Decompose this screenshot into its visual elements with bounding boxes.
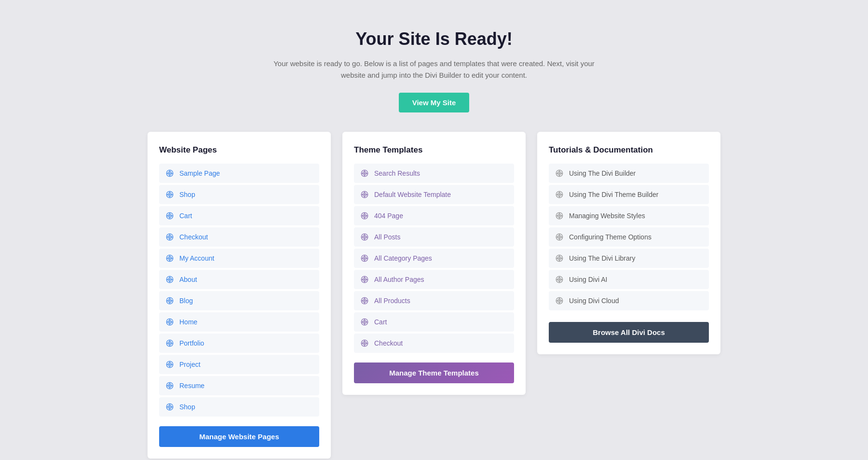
divi-icon [360, 275, 369, 284]
divi-icon [165, 275, 175, 284]
list-item[interactable]: About [159, 270, 319, 289]
divi-icon [555, 211, 564, 221]
divi-icon [165, 338, 175, 348]
list-item[interactable]: All Author Pages [354, 270, 514, 289]
page-subtitle: Your website is ready to go. Below is a … [265, 58, 603, 81]
item-label: Using The Divi Theme Builder [569, 191, 658, 198]
theme-templates-title: Theme Templates [354, 145, 514, 155]
tutorials-list: Using The Divi Builder Using The Divi Th… [549, 164, 709, 310]
browse-docs-button[interactable]: Browse All Divi Docs [549, 322, 709, 343]
item-label: Default Website Template [374, 191, 451, 198]
divi-icon [555, 232, 564, 242]
divi-icon [165, 168, 175, 178]
list-item[interactable]: Home [159, 312, 319, 332]
divi-icon [165, 232, 175, 242]
divi-icon [165, 360, 175, 369]
list-item[interactable]: Cart [354, 312, 514, 332]
item-label: Sample Page [179, 169, 220, 177]
divi-icon [360, 317, 369, 327]
item-label: Checkout [179, 233, 208, 241]
item-label: Configuring Theme Options [569, 233, 651, 241]
manage-pages-button[interactable]: Manage Website Pages [159, 426, 319, 447]
list-item[interactable]: My Account [159, 249, 319, 268]
item-label: Managing Website Styles [569, 212, 645, 220]
list-item[interactable]: Resume [159, 376, 319, 395]
page-header: Your Site Is Ready! Your website is read… [265, 29, 603, 112]
list-item[interactable]: Checkout [354, 334, 514, 353]
divi-icon [360, 338, 369, 348]
item-label: Home [179, 318, 197, 326]
divi-icon [555, 253, 564, 263]
item-label: Cart [374, 318, 387, 326]
manage-templates-button[interactable]: Manage Theme Templates [354, 362, 514, 383]
list-item[interactable]: Blog [159, 291, 319, 310]
item-label: All Author Pages [374, 276, 424, 283]
item-label: Resume [179, 382, 204, 390]
theme-templates-card: Theme Templates Search Results Default W… [342, 132, 526, 395]
divi-icon [555, 190, 564, 199]
item-label: All Posts [374, 233, 400, 241]
item-label: Using The Divi Library [569, 254, 635, 262]
item-label: Shop [179, 191, 195, 198]
item-label: Checkout [374, 339, 403, 347]
list-item[interactable]: Project [159, 355, 319, 374]
item-label: Using Divi Cloud [569, 297, 619, 305]
list-item[interactable]: Default Website Template [354, 185, 514, 204]
tutorials-title: Tutorials & Documentation [549, 145, 709, 155]
website-pages-title: Website Pages [159, 145, 319, 155]
divi-icon [360, 190, 369, 199]
view-site-button[interactable]: View My Site [399, 93, 470, 112]
list-item[interactable]: Using Divi Cloud [549, 291, 709, 310]
divi-icon [555, 275, 564, 284]
tutorials-card: Tutorials & Documentation Using The Divi… [537, 132, 720, 354]
item-label: Portfolio [179, 339, 204, 347]
cards-row: Website Pages Sample Page Shop Cart Chec… [145, 132, 723, 459]
item-label: My Account [179, 254, 214, 262]
list-item[interactable]: All Products [354, 291, 514, 310]
list-item[interactable]: Sample Page [159, 164, 319, 183]
list-item[interactable]: Cart [159, 206, 319, 225]
page-title: Your Site Is Ready! [265, 29, 603, 49]
list-item[interactable]: Configuring Theme Options [549, 227, 709, 247]
item-label: Cart [179, 212, 192, 220]
list-item[interactable]: Portfolio [159, 334, 319, 353]
item-label: Shop [179, 403, 195, 411]
divi-icon [360, 211, 369, 221]
divi-icon [165, 211, 175, 221]
divi-icon [555, 296, 564, 306]
item-label: Blog [179, 297, 193, 305]
list-item[interactable]: Managing Website Styles [549, 206, 709, 225]
divi-icon [360, 296, 369, 306]
theme-templates-list: Search Results Default Website Template … [354, 164, 514, 353]
list-item[interactable]: Using The Divi Theme Builder [549, 185, 709, 204]
divi-icon [165, 253, 175, 263]
divi-icon [165, 190, 175, 199]
divi-icon [165, 317, 175, 327]
divi-icon [360, 232, 369, 242]
list-item[interactable]: All Category Pages [354, 249, 514, 268]
list-item[interactable]: Shop [159, 185, 319, 204]
list-item[interactable]: Shop [159, 397, 319, 417]
divi-icon [555, 168, 564, 178]
item-label: 404 Page [374, 212, 403, 220]
website-pages-list: Sample Page Shop Cart Checkout My Accoun… [159, 164, 319, 417]
divi-icon [165, 296, 175, 306]
list-item[interactable]: 404 Page [354, 206, 514, 225]
divi-icon [360, 168, 369, 178]
divi-icon [165, 402, 175, 412]
website-pages-card: Website Pages Sample Page Shop Cart Chec… [148, 132, 331, 459]
item-label: Using The Divi Builder [569, 169, 636, 177]
item-label: Search Results [374, 169, 420, 177]
list-item[interactable]: All Posts [354, 227, 514, 247]
list-item[interactable]: Using The Divi Builder [549, 164, 709, 183]
item-label: Project [179, 361, 201, 368]
item-label: All Category Pages [374, 254, 432, 262]
list-item[interactable]: Using The Divi Library [549, 249, 709, 268]
list-item[interactable]: Using Divi AI [549, 270, 709, 289]
divi-icon [165, 381, 175, 390]
item-label: About [179, 276, 197, 283]
divi-icon [360, 253, 369, 263]
item-label: Using Divi AI [569, 276, 607, 283]
list-item[interactable]: Search Results [354, 164, 514, 183]
list-item[interactable]: Checkout [159, 227, 319, 247]
